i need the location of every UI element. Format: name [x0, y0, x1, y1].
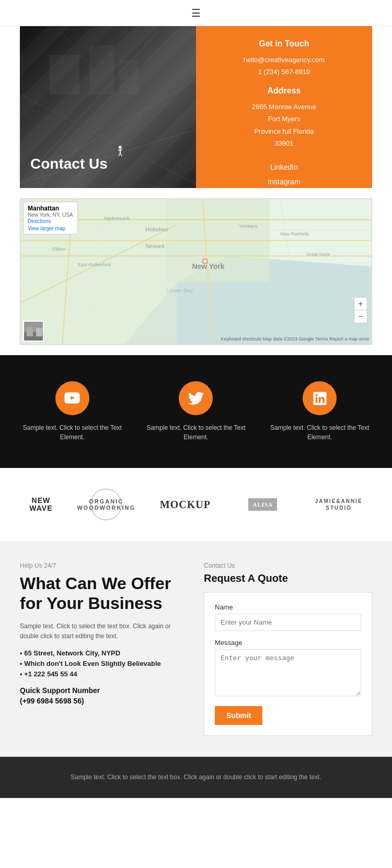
offer-list: 65 Street, Network City, NYPD Which don'… [20, 649, 188, 678]
list-item: +1 222 545 55 44 [20, 670, 188, 678]
brands-section: NEWWAVE ORGANIC WOODWORKING Mockup Alisa… [0, 468, 392, 541]
svg-text:Newark: Newark [145, 243, 165, 249]
hero-title: Contact Us [30, 156, 108, 172]
map-attribution: Keyboard shortcuts Map data ©2023 Google… [221, 336, 369, 342]
svg-text:Great Neck: Great Neck [306, 252, 330, 257]
map-background: New York Newark Hoboken Yonkers New Roch… [20, 199, 372, 344]
svg-line-14 [119, 153, 120, 156]
address-line1: 2865 Monroe Avenue [206, 101, 362, 113]
brand-mockup: Mockup [160, 499, 211, 511]
bottom-right-panel: Contact Us Request A Quote Name Message … [204, 562, 372, 736]
contact-label: Contact Us [204, 562, 372, 569]
svg-rect-49 [27, 327, 33, 336]
map-zoom-out[interactable]: − [354, 310, 367, 323]
figure-silhouette [117, 146, 124, 159]
svg-rect-50 [36, 328, 42, 336]
address-line3: Province full Florida [206, 125, 362, 137]
map-placeholder: New York Newark Hoboken Yonkers New Roch… [20, 199, 372, 344]
address-heading: Address [206, 86, 362, 96]
social-item-linkedin: Sample text. Click to select the Text El… [264, 381, 375, 442]
contact-phone: 1 (234) 567-8910 [206, 66, 362, 78]
svg-text:Hoboken: Hoboken [145, 226, 168, 232]
linkedin-icon [312, 391, 328, 406]
hero-info-panel: Get in Touch hello@creativeagency.com 1 … [196, 26, 372, 188]
offer-title: What Can We Offer for Your Business [20, 573, 188, 614]
message-textarea[interactable] [215, 649, 361, 696]
message-label: Message [215, 639, 361, 647]
bottom-left-panel: Help Us 24/7 What Can We Offer for Your … [20, 562, 188, 736]
hero-contact-section: Contact Us Get in Touch hello@creativeag… [20, 26, 372, 188]
map-directions-link[interactable]: Directions [28, 218, 51, 224]
navbar: ☰ [0, 0, 392, 26]
svg-text:Lower Bay: Lower Bay [166, 287, 193, 294]
map-view-larger-link[interactable]: View larger map [28, 226, 73, 231]
svg-text:East Rutherford: East Rutherford [78, 262, 111, 267]
submit-button[interactable]: Submit [215, 706, 262, 725]
footer: Sample text. Click to select the text bo… [0, 757, 392, 798]
address-line2: Fort Myers [206, 113, 362, 125]
support-number: Quick Support Number (+99 6984 5698 56) [20, 686, 188, 706]
brand-alisa: Alisa [248, 498, 277, 511]
hero-image: Contact Us [20, 26, 196, 188]
linkedin-sample-text: Sample text. Click to select the Text El… [264, 423, 375, 442]
bottom-section: Help Us 24/7 What Can We Offer for Your … [0, 541, 392, 757]
youtube-sample-text: Sample text. Click to select the Text El… [17, 423, 128, 442]
svg-text:Clifton: Clifton [52, 247, 65, 252]
instagram-link[interactable]: Instagram [206, 174, 362, 189]
request-title: Request A Quote [204, 572, 372, 584]
brand-new-wave: NEWWAVE [29, 497, 52, 513]
svg-point-10 [119, 146, 122, 149]
contact-email: hello@creativeagency.com [206, 54, 362, 66]
map-place-name: Manhattan [28, 205, 73, 212]
linkedin-circle[interactable] [303, 381, 337, 415]
map-zoom-in[interactable]: + [354, 298, 367, 310]
twitter-circle[interactable] [179, 381, 213, 415]
brand-organic: ORGANIC WOODWORKING [90, 489, 122, 520]
list-item: Which don't Look Even Slightly Believabl… [20, 660, 188, 667]
linkedin-link[interactable]: LinkedIn [206, 160, 362, 174]
svg-point-46 [203, 260, 206, 263]
youtube-circle[interactable] [55, 381, 89, 415]
svg-text:New York: New York [192, 262, 225, 271]
twitter-sample-text: Sample text. Click to select the Text El… [140, 423, 251, 442]
social-links: LinkedIn Instagram Facebook [206, 160, 362, 204]
map-place-sub: New York, NY, USA [28, 212, 73, 218]
svg-text:Hackensack: Hackensack [104, 216, 130, 221]
svg-rect-8 [89, 45, 114, 95]
twitter-icon [188, 391, 204, 406]
svg-rect-9 [119, 60, 139, 95]
svg-line-15 [120, 153, 122, 156]
address-line4: 33901 [206, 137, 362, 149]
svg-text:Yonkers: Yonkers [239, 223, 257, 229]
get-in-touch-heading: Get in Touch [206, 39, 362, 49]
svg-text:New Rochelle: New Rochelle [280, 231, 309, 237]
footer-text: Sample text. Click to select the text bo… [10, 772, 382, 782]
svg-rect-7 [50, 55, 79, 95]
name-input[interactable] [215, 614, 361, 631]
social-item-youtube: Sample text. Click to select the Text El… [17, 381, 128, 442]
map-section: New York Newark Hoboken Yonkers New Roch… [20, 198, 372, 345]
brand-jamie: JAMIE&ANNIESTUDIO [315, 498, 363, 511]
list-item: 65 Street, Network City, NYPD [20, 649, 188, 657]
hamburger-icon[interactable]: ☰ [191, 7, 201, 19]
social-icons-section: Sample text. Click to select the Text El… [0, 355, 392, 468]
map-zoom-controls: + − [354, 297, 367, 323]
map-location-label: Manhattan New York, NY, USA Directions V… [23, 202, 78, 234]
quote-form: Name Message Submit [204, 592, 372, 736]
social-item-twitter: Sample text. Click to select the Text El… [140, 381, 251, 442]
offer-description: Sample text. Click to select the text bo… [20, 621, 188, 641]
youtube-icon [64, 391, 80, 406]
name-label: Name [215, 603, 361, 611]
help-label: Help Us 24/7 [20, 562, 188, 569]
map-streetview-thumb[interactable] [23, 321, 44, 342]
